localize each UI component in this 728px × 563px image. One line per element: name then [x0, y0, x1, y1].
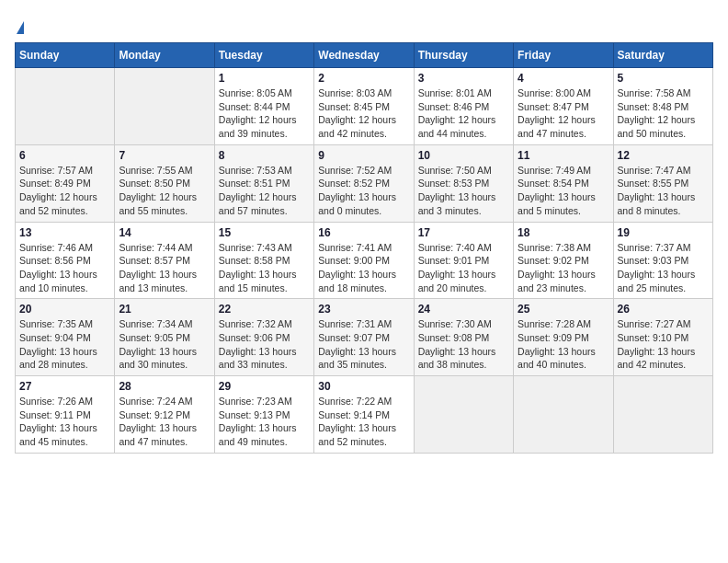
calendar-cell: 5Sunrise: 7:58 AMSunset: 8:48 PMDaylight… — [613, 68, 712, 145]
day-info: Sunrise: 7:57 AMSunset: 8:49 PMDaylight:… — [19, 164, 110, 218]
logo-triangle-icon — [17, 21, 24, 34]
logo-top-row — [15, 15, 24, 35]
day-info: Sunrise: 7:47 AMSunset: 8:55 PMDaylight:… — [618, 164, 709, 218]
day-info: Sunrise: 7:26 AMSunset: 9:11 PMDaylight:… — [19, 395, 110, 449]
weekday-header-sunday: Sunday — [16, 43, 115, 68]
calendar-table: SundayMondayTuesdayWednesdayThursdayFrid… — [15, 42, 713, 454]
calendar-cell: 16Sunrise: 7:41 AMSunset: 9:00 PMDayligh… — [314, 222, 414, 299]
calendar-cell: 12Sunrise: 7:47 AMSunset: 8:55 PMDayligh… — [613, 144, 712, 222]
day-number: 29 — [219, 380, 310, 393]
calendar-cell: 20Sunrise: 7:35 AMSunset: 9:04 PMDayligh… — [16, 299, 115, 376]
day-number: 22 — [219, 303, 310, 316]
day-info: Sunrise: 7:24 AMSunset: 9:12 PMDaylight:… — [119, 395, 210, 449]
day-number: 27 — [19, 380, 110, 393]
calendar-cell: 14Sunrise: 7:44 AMSunset: 8:57 PMDayligh… — [115, 222, 214, 299]
calendar-cell: 10Sunrise: 7:50 AMSunset: 8:53 PMDayligh… — [414, 144, 513, 222]
weekday-header-tuesday: Tuesday — [214, 43, 313, 68]
day-number: 19 — [618, 226, 709, 239]
calendar-cell: 18Sunrise: 7:38 AMSunset: 9:02 PMDayligh… — [514, 222, 613, 299]
day-info: Sunrise: 7:37 AMSunset: 9:03 PMDaylight:… — [618, 241, 709, 295]
calendar-cell: 7Sunrise: 7:55 AMSunset: 8:50 PMDaylight… — [115, 144, 214, 222]
day-info: Sunrise: 7:31 AMSunset: 9:07 PMDaylight:… — [318, 317, 409, 372]
day-number: 4 — [518, 72, 609, 85]
calendar-week-row: 13Sunrise: 7:46 AMSunset: 8:56 PMDayligh… — [16, 222, 713, 299]
day-info: Sunrise: 8:01 AMSunset: 8:46 PMDaylight:… — [418, 86, 509, 141]
calendar-cell: 26Sunrise: 7:27 AMSunset: 9:10 PMDayligh… — [613, 299, 712, 376]
day-number: 2 — [318, 72, 409, 85]
day-info: Sunrise: 7:58 AMSunset: 8:48 PMDaylight:… — [618, 86, 709, 141]
calendar-cell: 11Sunrise: 7:49 AMSunset: 8:54 PMDayligh… — [514, 144, 613, 222]
day-number: 17 — [418, 226, 509, 239]
page-header — [15, 15, 713, 35]
day-info: Sunrise: 8:03 AMSunset: 8:45 PMDaylight:… — [318, 86, 409, 141]
calendar-cell: 6Sunrise: 7:57 AMSunset: 8:49 PMDaylight… — [16, 144, 115, 222]
day-number: 10 — [418, 149, 509, 162]
calendar-week-row: 6Sunrise: 7:57 AMSunset: 8:49 PMDaylight… — [16, 144, 713, 222]
calendar-cell — [115, 68, 214, 145]
calendar-cell: 13Sunrise: 7:46 AMSunset: 8:56 PMDayligh… — [16, 222, 115, 299]
day-info: Sunrise: 7:44 AMSunset: 8:57 PMDaylight:… — [119, 241, 210, 295]
day-number: 18 — [518, 226, 609, 239]
calendar-cell: 1Sunrise: 8:05 AMSunset: 8:44 PMDaylight… — [214, 68, 313, 145]
day-number: 25 — [518, 303, 609, 316]
calendar-cell — [414, 376, 513, 454]
day-info: Sunrise: 7:52 AMSunset: 8:52 PMDaylight:… — [318, 164, 409, 218]
calendar-cell: 8Sunrise: 7:53 AMSunset: 8:51 PMDaylight… — [214, 144, 313, 222]
calendar-cell: 25Sunrise: 7:28 AMSunset: 9:09 PMDayligh… — [514, 299, 613, 376]
weekday-header-friday: Friday — [514, 43, 613, 68]
day-info: Sunrise: 7:49 AMSunset: 8:54 PMDaylight:… — [518, 164, 609, 218]
calendar-body: 1Sunrise: 8:05 AMSunset: 8:44 PMDaylight… — [16, 68, 713, 454]
calendar-cell: 30Sunrise: 7:22 AMSunset: 9:14 PMDayligh… — [314, 376, 414, 454]
calendar-week-row: 1Sunrise: 8:05 AMSunset: 8:44 PMDaylight… — [16, 68, 713, 145]
day-info: Sunrise: 7:38 AMSunset: 9:02 PMDaylight:… — [518, 241, 609, 295]
weekday-header-row: SundayMondayTuesdayWednesdayThursdayFrid… — [16, 43, 713, 68]
day-number: 16 — [318, 226, 409, 239]
day-number: 5 — [618, 72, 709, 85]
day-info: Sunrise: 8:05 AMSunset: 8:44 PMDaylight:… — [219, 86, 310, 141]
day-info: Sunrise: 7:53 AMSunset: 8:51 PMDaylight:… — [219, 164, 310, 218]
calendar-cell — [613, 376, 712, 454]
calendar-cell: 23Sunrise: 7:31 AMSunset: 9:07 PMDayligh… — [314, 299, 414, 376]
day-info: Sunrise: 7:35 AMSunset: 9:04 PMDaylight:… — [19, 317, 110, 372]
day-number: 7 — [119, 149, 210, 162]
calendar-cell: 22Sunrise: 7:32 AMSunset: 9:06 PMDayligh… — [214, 299, 313, 376]
day-info: Sunrise: 7:34 AMSunset: 9:05 PMDaylight:… — [119, 317, 210, 372]
calendar-cell — [514, 376, 613, 454]
calendar-cell: 24Sunrise: 7:30 AMSunset: 9:08 PMDayligh… — [414, 299, 513, 376]
day-info: Sunrise: 7:23 AMSunset: 9:13 PMDaylight:… — [219, 395, 310, 449]
day-number: 14 — [119, 226, 210, 239]
day-number: 20 — [19, 303, 110, 316]
day-number: 3 — [418, 72, 509, 85]
day-number: 13 — [19, 226, 110, 239]
calendar-cell: 27Sunrise: 7:26 AMSunset: 9:11 PMDayligh… — [16, 376, 115, 454]
day-info: Sunrise: 7:28 AMSunset: 9:09 PMDaylight:… — [518, 317, 609, 372]
calendar-header: SundayMondayTuesdayWednesdayThursdayFrid… — [16, 43, 713, 68]
calendar-cell — [16, 68, 115, 145]
calendar-cell: 9Sunrise: 7:52 AMSunset: 8:52 PMDaylight… — [314, 144, 414, 222]
calendar-cell: 3Sunrise: 8:01 AMSunset: 8:46 PMDaylight… — [414, 68, 513, 145]
day-number: 21 — [119, 303, 210, 316]
day-info: Sunrise: 7:32 AMSunset: 9:06 PMDaylight:… — [219, 317, 310, 372]
calendar-cell: 17Sunrise: 7:40 AMSunset: 9:01 PMDayligh… — [414, 222, 513, 299]
day-number: 24 — [418, 303, 509, 316]
day-number: 15 — [219, 226, 310, 239]
day-info: Sunrise: 7:27 AMSunset: 9:10 PMDaylight:… — [618, 317, 709, 372]
weekday-header-monday: Monday — [115, 43, 214, 68]
day-number: 11 — [518, 149, 609, 162]
calendar-week-row: 27Sunrise: 7:26 AMSunset: 9:11 PMDayligh… — [16, 376, 713, 454]
day-info: Sunrise: 7:55 AMSunset: 8:50 PMDaylight:… — [119, 164, 210, 218]
day-number: 28 — [119, 380, 210, 393]
calendar-cell: 4Sunrise: 8:00 AMSunset: 8:47 PMDaylight… — [514, 68, 613, 145]
day-info: Sunrise: 7:50 AMSunset: 8:53 PMDaylight:… — [418, 164, 509, 218]
calendar-cell: 21Sunrise: 7:34 AMSunset: 9:05 PMDayligh… — [115, 299, 214, 376]
day-number: 6 — [19, 149, 110, 162]
day-number: 26 — [618, 303, 709, 316]
weekday-header-wednesday: Wednesday — [314, 43, 414, 68]
calendar-cell: 19Sunrise: 7:37 AMSunset: 9:03 PMDayligh… — [613, 222, 712, 299]
weekday-header-thursday: Thursday — [414, 43, 513, 68]
day-info: Sunrise: 7:40 AMSunset: 9:01 PMDaylight:… — [418, 241, 509, 295]
weekday-header-saturday: Saturday — [613, 43, 712, 68]
day-number: 23 — [318, 303, 409, 316]
day-info: Sunrise: 7:22 AMSunset: 9:14 PMDaylight:… — [318, 395, 409, 449]
day-info: Sunrise: 8:00 AMSunset: 8:47 PMDaylight:… — [518, 86, 609, 141]
